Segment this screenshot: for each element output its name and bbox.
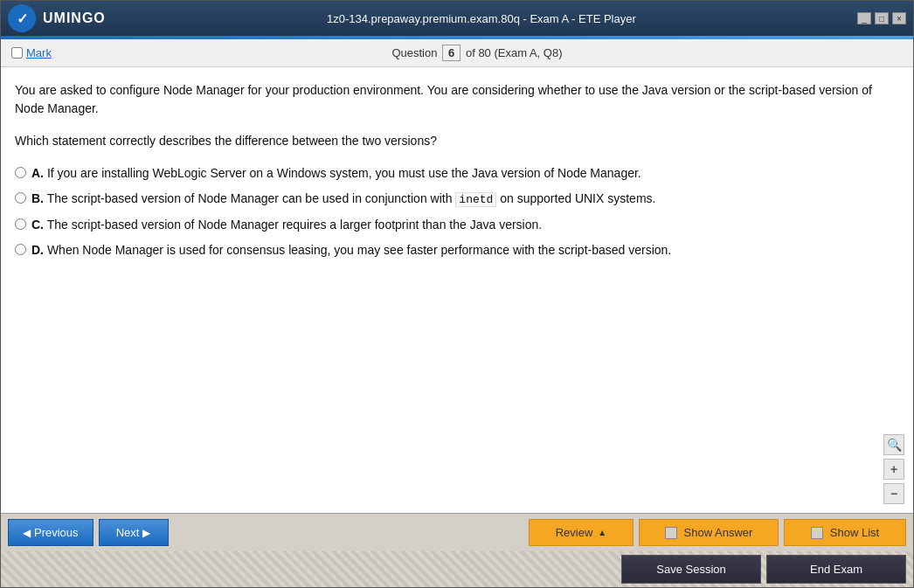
logo-text: UMINGO [43,10,106,26]
question-label: Question [391,46,437,59]
window-title: 1z0-134.prepaway.premium.exam.80q - Exam… [106,12,857,25]
option-c-radio[interactable] [15,218,26,230]
hatch-area: Save Session End Exam [1,551,913,587]
logo-check: ✓ [17,10,28,27]
mark-label[interactable]: Mark [26,46,52,59]
question-text2: Which statement correctly describes the … [15,132,899,150]
close-button[interactable]: × [892,12,906,24]
maximize-button[interactable]: □ [875,12,889,24]
question-text1: You are asked to configure Node Manager … [15,81,899,118]
option-d-radio[interactable] [15,244,26,255]
option-c: C. The script-based version of Node Mana… [15,216,899,234]
zoom-controls: 🔍 + − [883,434,904,504]
save-session-button[interactable]: Save Session [621,555,761,584]
question-number: 6 [442,45,460,61]
show-answer-checkbox-icon [665,527,677,539]
end-exam-button[interactable]: End Exam [766,555,906,584]
search-icon[interactable]: 🔍 [883,434,904,455]
show-list-button[interactable]: Show List [784,519,906,546]
mark-input[interactable] [11,47,23,59]
mark-checkbox[interactable]: Mark [11,46,52,59]
option-a-text: A. If you are installing WebLogic Server… [31,164,899,183]
option-b: B. The script-based version of Node Mana… [15,190,899,209]
bottom-row1: ◀ Previous Next ▶ Review ▲ Show Answer S… [1,514,913,551]
review-dropdown-icon: ▲ [598,528,606,537]
title-bar: ✓ UMINGO 1z0-134.prepaway.premium.exam.8… [1,1,913,36]
option-d-text: D. When Node Manager is used for consens… [31,241,899,259]
toolbar: Mark Question 6 of 80 (Exam A, Q8) [1,39,913,67]
question-total: of 80 (Exam A, Q8) [466,46,563,59]
next-button[interactable]: Next ▶ [99,519,169,546]
next-arrow-icon: ▶ [142,527,150,539]
option-a-radio[interactable] [15,167,26,178]
options-list: A. If you are installing WebLogic Server… [15,164,899,259]
option-c-text: C. The script-based version of Node Mana… [31,216,899,234]
title-bar-left: ✓ UMINGO [8,4,106,32]
content-area: You are asked to configure Node Manager … [1,67,913,513]
option-b-text: B. The script-based version of Node Mana… [31,190,899,209]
window-controls[interactable]: _ □ × [857,12,906,24]
bottom-bar: ◀ Previous Next ▶ Review ▲ Show Answer S… [1,513,913,587]
zoom-out-button[interactable]: − [883,483,904,504]
review-button[interactable]: Review ▲ [529,519,634,546]
previous-arrow-icon: ◀ [23,527,31,539]
inetd-code: inetd [455,192,496,207]
zoom-in-button[interactable]: + [883,459,904,480]
logo: ✓ [8,4,36,32]
option-d: D. When Node Manager is used for consens… [15,241,899,259]
option-b-radio[interactable] [15,192,26,204]
previous-button[interactable]: ◀ Previous [8,519,93,546]
question-info: Question 6 of 80 (Exam A, Q8) [52,45,903,61]
show-answer-button[interactable]: Show Answer [639,519,779,546]
minimize-button[interactable]: _ [857,12,871,24]
option-a: A. If you are installing WebLogic Server… [15,164,899,183]
show-list-checkbox-icon [811,527,823,539]
main-window: ✓ UMINGO 1z0-134.prepaway.premium.exam.8… [0,0,914,588]
